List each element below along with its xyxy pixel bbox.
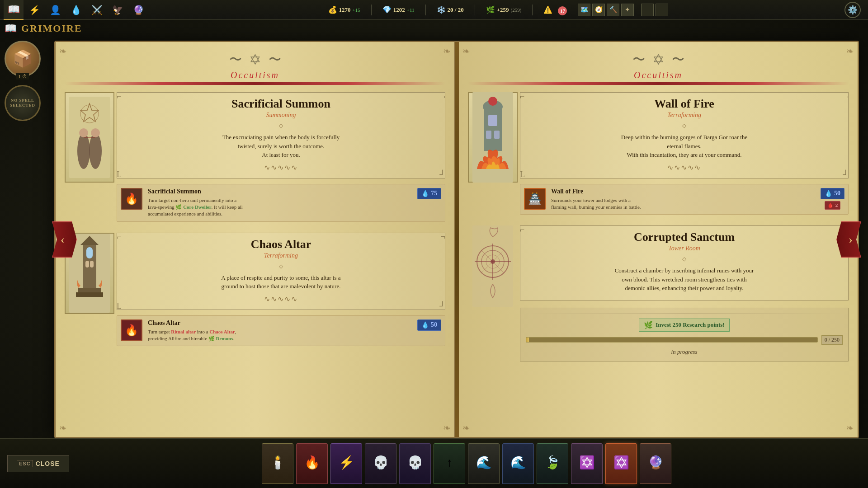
spell-illus-fire <box>468 92 520 215</box>
summon-card-info: Sacrificial Summon Turn target non-hero … <box>148 188 412 218</box>
spell-tab-star2[interactable]: ✡️ <box>605 443 637 484</box>
deco-left-star: ✡ <box>249 51 261 68</box>
nav-btn-compass[interactable]: 🧭 <box>592 4 605 16</box>
bracket-tl: ⌐ <box>117 92 121 100</box>
star1-tab-icon: ✡️ <box>579 455 595 470</box>
nav-icon-book[interactable]: 📖 <box>4 0 24 20</box>
right-page-deco: 〜 ✡ 〜 <box>468 51 849 68</box>
book-page-left: ❧ ❧ ❧ ❧ 〜 ✡ 〜 Occultism <box>56 42 455 437</box>
fire-bracket-bl: L <box>520 170 525 178</box>
spell-tab-shield[interactable]: 🌊 <box>468 443 500 484</box>
square-indicators <box>641 4 668 16</box>
fire-mana-icon: 💧 <box>825 190 832 197</box>
corner-deco-br: ❧ <box>443 422 451 433</box>
spell-illus-sanctum <box>468 225 520 361</box>
nav-icon-bird[interactable]: 🦅 <box>108 0 127 20</box>
spell-tab-arrow[interactable]: ↑ <box>434 443 465 484</box>
fire-card-info: Wall of Fire Surrounds your tower and lo… <box>551 188 815 211</box>
sanctum-bracket: ⌐ ¬ Corrupted Sanctum Tower Room ◇ Const… <box>520 225 849 300</box>
no-spell-button[interactable]: NO SPELLSELECTED <box>5 85 41 121</box>
close-key-hint: Esc <box>17 460 33 467</box>
nav-btn-hammer[interactable]: 🔨 <box>607 4 619 16</box>
altar-mana-icon: 💧 <box>421 321 429 329</box>
nav-icon-person[interactable]: 👤 <box>45 0 65 20</box>
star2-tab-icon: ✡️ <box>613 455 629 470</box>
close-label: CLOSE <box>36 460 60 467</box>
square-1 <box>641 4 654 16</box>
right-page-header: 〜 ✡ 〜 Occultism <box>468 51 849 85</box>
sanctum-bracket-tl: ⌐ <box>520 225 524 234</box>
warning-icon: ⚠️ <box>543 5 552 14</box>
summon-wavy: ∿∿∿∿∿ <box>123 163 439 172</box>
spell-tab-skull1[interactable]: 💀 <box>365 443 396 484</box>
spell-tab-purple[interactable]: ⚡ <box>330 443 362 484</box>
nav-icon-gem[interactable]: 🔮 <box>128 0 148 20</box>
research-section: 🌿 Invest 250 Research points! 0 / 250 in… <box>520 308 849 361</box>
nav-btn-map[interactable]: 🗺️ <box>578 4 590 16</box>
prev-arrow-icon: ‹ <box>61 232 65 247</box>
deco-right-scroll: 〜 <box>632 51 645 68</box>
spell-bracket-summon: ⌐ ¬ L ┘ Sacrificial Summon Summoning ◇ T… <box>117 92 445 178</box>
spell-tab-candle[interactable]: 🕯️ <box>262 443 293 484</box>
avatar-badge-label: 1 ⏱ <box>16 73 28 80</box>
sanctum-svg <box>472 225 513 307</box>
close-button[interactable]: Esc CLOSE <box>7 455 69 472</box>
summon-card[interactable]: 🔥 Sacrificial Summon Turn target non-her… <box>117 184 445 222</box>
sanctum-spell-type: Tower Room <box>527 245 842 252</box>
spell-chaos-altar: ⌐ ¬ L ┘ Chaos Altar Terraforming ◇ A pla… <box>65 233 445 347</box>
nav-icon-water[interactable]: 💧 <box>66 0 86 20</box>
spell-tab-wing[interactable]: 🌊 <box>502 443 534 484</box>
nav-icon-lightning[interactable]: ⚡ <box>24 0 44 20</box>
nav-btn-star[interactable]: ✦ <box>621 4 634 16</box>
purple-tab-icon: ⚡ <box>339 455 354 470</box>
deco-left-scroll: 〜 <box>229 51 242 68</box>
avatar-button[interactable]: 📦 <box>5 41 41 77</box>
resource-pop: ❄️ 20 / 20 <box>437 5 464 14</box>
svg-rect-20 <box>488 115 497 126</box>
altar-description: A place of respite and purity to some, t… <box>123 273 439 291</box>
no-spell-text: NO SPELLSELECTED <box>10 98 35 108</box>
fire-cost-badge: 💧 50 <box>821 188 844 199</box>
bottom-bar: Esc CLOSE 🕯️ 🔥 ⚡ 💀 💀 ↑ 🌊 <box>0 438 868 488</box>
bracket-bl: L <box>117 170 122 178</box>
left-page-header: 〜 ✡ 〜 Occultism <box>65 51 445 85</box>
candle-tab-icon: 🕯️ <box>270 455 286 470</box>
spell-fire-content: ⌐ ¬ L ┘ Wall of Fire Terraforming ◇ Deep… <box>520 92 849 215</box>
fire-bracket-tl: ⌐ <box>520 92 524 100</box>
altar-card-name: Chaos Altar <box>148 319 412 327</box>
arrow-tab-icon: ↑ <box>446 455 453 470</box>
bracket-tl2: ⌐ <box>117 233 121 241</box>
spell-tab-skull2[interactable]: 💀 <box>399 443 431 484</box>
altar-card[interactable]: 🔥 Chaos Altar Turn target Ritual altar i… <box>117 315 445 347</box>
fire-card[interactable]: 🏯 Wall of Fire Surrounds your tower and … <box>520 184 849 215</box>
right-page-title: Occultism <box>468 70 849 80</box>
book-container: ‹ ❧ ❧ ❧ ❧ 〜 ✡ 〜 Occultism <box>54 41 859 438</box>
research-divider <box>526 314 843 314</box>
settings-button[interactable]: ⚙️ <box>844 2 861 18</box>
fire-card-desc: Surrounds your tower and lodges with afl… <box>551 197 815 211</box>
spell-tab-leaf[interactable]: 🍃 <box>537 443 568 484</box>
fire-card-name: Wall of Fire <box>551 188 815 195</box>
research-icon-btn: 🌿 <box>644 321 653 329</box>
invest-button[interactable]: 🌿 Invest 250 Research points! <box>639 319 730 332</box>
square-2 <box>656 4 668 16</box>
sanctum-content: ⌐ ¬ Corrupted Sanctum Tower Room ◇ Const… <box>520 225 849 361</box>
spell-tab-star1[interactable]: ✡️ <box>571 443 603 484</box>
spell-corrupted-sanctum: ⌐ ¬ Corrupted Sanctum Tower Room ◇ Const… <box>468 225 849 361</box>
spell-tab-fire[interactable]: 🔥 <box>296 443 328 484</box>
nav-icon-sword[interactable]: ⚔️ <box>87 0 107 20</box>
gold-icon: 💰 <box>328 5 337 14</box>
svg-point-31 <box>491 259 495 264</box>
summon-svg <box>69 97 110 178</box>
mana-cost-icon: 💧 <box>421 190 429 197</box>
wing-tab-icon: 🌊 <box>510 455 526 470</box>
ritual-link: Ritual altar <box>171 329 196 334</box>
resource-warning: ⚠️ <box>543 5 552 14</box>
altar-card-info: Chaos Altar Turn target Ritual altar int… <box>148 319 412 343</box>
summon-spell-type: Summoning <box>123 112 439 119</box>
svg-point-19 <box>488 97 497 106</box>
sanctum-diamond: ◇ <box>527 256 842 263</box>
deco-right-star: ✡ <box>652 51 665 68</box>
spell-tab-rune[interactable]: 🔮 <box>640 443 671 484</box>
right-page-divider <box>468 82 849 85</box>
